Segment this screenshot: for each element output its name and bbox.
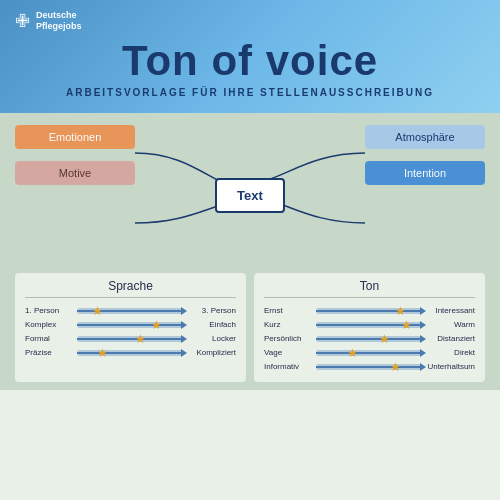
arrow-line — [316, 338, 423, 340]
logo-text: Deutsche Pflegejobs — [36, 10, 82, 32]
rating-right-label: 3. Person — [188, 306, 236, 315]
rating-star: ★ — [97, 347, 108, 359]
rating-star: ★ — [135, 333, 146, 345]
main-title: Ton of voice — [15, 37, 485, 85]
rating-bar: ★ — [316, 336, 423, 342]
rating-row: Präzise★Kompliziert — [25, 348, 236, 357]
diagram: Emotionen Motive Text Atmosphäre Intenti… — [15, 125, 485, 265]
emotionen-box: Emotionen — [15, 125, 135, 149]
rating-right-label: Interessant — [427, 306, 475, 315]
text-box: Text — [215, 178, 285, 213]
rating-bar: ★ — [316, 308, 423, 314]
rating-left-label: Vage — [264, 348, 312, 357]
rating-row: Vage★Direkt — [264, 348, 475, 357]
rating-star: ★ — [401, 319, 412, 331]
rating-bar: ★ — [316, 350, 423, 356]
rating-star: ★ — [379, 333, 390, 345]
rating-star: ★ — [395, 305, 406, 317]
rating-row: Formal★Locker — [25, 334, 236, 343]
rating-right-label: Unterhaltsum — [427, 362, 475, 371]
bottom-panels: Sprache1. Person★3. PersonKomplex★Einfac… — [15, 273, 485, 382]
arrow-line — [316, 366, 423, 368]
motive-box: Motive — [15, 161, 135, 185]
rating-star: ★ — [151, 319, 162, 331]
rating-row: Komplex★Einfach — [25, 320, 236, 329]
rating-right-label: Direkt — [427, 348, 475, 357]
rating-star: ★ — [390, 361, 401, 373]
subtitle: ARBEITSVORLAGE FÜR IHRE STELLENAUSSCHREI… — [15, 87, 485, 98]
arrow-line — [77, 324, 184, 326]
rating-star: ★ — [347, 347, 358, 359]
rating-right-label: Kompliziert — [188, 348, 236, 357]
arrow-line — [316, 310, 423, 312]
rating-right-label: Warm — [427, 320, 475, 329]
panel-header-sprache: Sprache — [25, 279, 236, 298]
rating-bar: ★ — [316, 364, 423, 370]
center-column: Text — [135, 125, 365, 265]
arrow-line — [77, 352, 184, 354]
rating-left-label: Formal — [25, 334, 73, 343]
rating-right-label: Einfach — [188, 320, 236, 329]
rating-right-label: Distanziert — [427, 334, 475, 343]
rating-left-label: 1. Person — [25, 306, 73, 315]
rating-left-label: Persönlich — [264, 334, 312, 343]
rating-star: ★ — [92, 305, 103, 317]
rating-left-label: Komplex — [25, 320, 73, 329]
header: ✙ Deutsche Pflegejobs Ton of voice ARBEI… — [0, 0, 500, 113]
rating-left-label: Informativ — [264, 362, 312, 371]
logo-area: ✙ Deutsche Pflegejobs — [15, 10, 485, 32]
rating-bar: ★ — [77, 350, 184, 356]
rating-left-label: Ernst — [264, 306, 312, 315]
rating-right-label: Locker — [188, 334, 236, 343]
panel-sprache: Sprache1. Person★3. PersonKomplex★Einfac… — [15, 273, 246, 382]
rating-row: 1. Person★3. Person — [25, 306, 236, 315]
panel-ton: TonErnst★InteressantKurz★WarmPersönlich★… — [254, 273, 485, 382]
panel-header-ton: Ton — [264, 279, 475, 298]
intention-box: Intention — [365, 161, 485, 185]
rating-row: Ernst★Interessant — [264, 306, 475, 315]
rating-bar: ★ — [316, 322, 423, 328]
content-area: Emotionen Motive Text Atmosphäre Intenti… — [0, 113, 500, 390]
rating-bar: ★ — [77, 336, 184, 342]
atmosphare-box: Atmosphäre — [365, 125, 485, 149]
rating-bar: ★ — [77, 308, 184, 314]
arrow-line — [316, 352, 423, 354]
rating-bar: ★ — [77, 322, 184, 328]
arrow-line — [77, 338, 184, 340]
right-column: Atmosphäre Intention — [365, 125, 485, 265]
left-column: Emotionen Motive — [15, 125, 135, 265]
logo-icon: ✙ — [15, 10, 30, 32]
rating-left-label: Präzise — [25, 348, 73, 357]
rating-row: Persönlich★Distanziert — [264, 334, 475, 343]
rating-left-label: Kurz — [264, 320, 312, 329]
rating-row: Kurz★Warm — [264, 320, 475, 329]
rating-row: Informativ★Unterhaltsum — [264, 362, 475, 371]
